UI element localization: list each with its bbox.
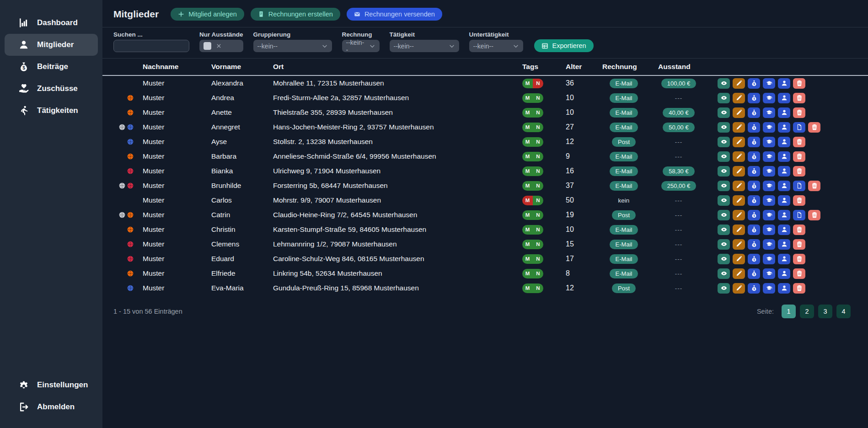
- rechnung-select[interactable]: --kein--: [342, 40, 380, 52]
- profile-button[interactable]: [778, 166, 790, 177]
- sidebar-item-beitraege[interactable]: $Beiträge: [5, 56, 98, 78]
- profile-button[interactable]: [778, 107, 790, 118]
- page-button-2[interactable]: 2: [800, 305, 814, 318]
- profile-button[interactable]: [778, 283, 790, 294]
- delete-button[interactable]: [793, 268, 805, 279]
- sidebar-item-einstellungen[interactable]: Einstellungen: [5, 374, 98, 396]
- view-button[interactable]: [718, 210, 730, 220]
- education-button[interactable]: [763, 210, 775, 220]
- sidebar-item-abmelden[interactable]: Abmelden: [5, 396, 98, 418]
- contributions-button[interactable]: $: [748, 107, 760, 118]
- contributions-button[interactable]: $: [748, 151, 760, 162]
- view-button[interactable]: [718, 78, 730, 89]
- education-button[interactable]: [763, 283, 775, 294]
- view-button[interactable]: [718, 181, 730, 191]
- education-button[interactable]: [763, 107, 775, 118]
- profile-button[interactable]: [778, 122, 790, 133]
- education-button[interactable]: [763, 166, 775, 177]
- page-button-3[interactable]: 3: [818, 305, 832, 318]
- contributions-button[interactable]: $: [748, 210, 760, 220]
- edit-button[interactable]: [733, 268, 745, 279]
- contributions-button[interactable]: $: [748, 137, 760, 147]
- education-button[interactable]: [763, 151, 775, 162]
- education-button[interactable]: [763, 225, 775, 235]
- page-button-1[interactable]: 1: [782, 305, 796, 318]
- education-button[interactable]: [763, 181, 775, 191]
- profile-button[interactable]: [778, 254, 790, 264]
- profile-button[interactable]: [778, 195, 790, 206]
- profile-button[interactable]: [778, 137, 790, 147]
- contributions-button[interactable]: $: [748, 93, 760, 103]
- edit-button[interactable]: [733, 195, 745, 206]
- view-button[interactable]: [718, 166, 730, 177]
- edit-button[interactable]: [733, 225, 745, 235]
- sidebar-item-taetigkeiten[interactable]: Tätigkeiten: [5, 100, 98, 122]
- edit-button[interactable]: [733, 254, 745, 264]
- view-button[interactable]: [718, 254, 730, 264]
- delete-button[interactable]: [793, 93, 805, 103]
- delete-button[interactable]: [793, 78, 805, 89]
- view-button[interactable]: [718, 107, 730, 118]
- sidebar-item-dashboard[interactable]: Dashboard: [5, 12, 98, 34]
- contributions-button[interactable]: $: [748, 181, 760, 191]
- education-button[interactable]: [763, 122, 775, 133]
- delete-button[interactable]: [793, 239, 805, 250]
- contributions-button[interactable]: $: [748, 268, 760, 279]
- profile-button[interactable]: [778, 78, 790, 89]
- sidebar-item-mitglieder[interactable]: Mitglieder: [5, 34, 98, 56]
- profile-button[interactable]: [778, 239, 790, 250]
- profile-button[interactable]: [778, 225, 790, 235]
- create-member-button[interactable]: Mitglied anlegen: [171, 8, 244, 21]
- view-button[interactable]: [718, 283, 730, 294]
- view-button[interactable]: [718, 137, 730, 147]
- delete-button[interactable]: [808, 210, 820, 220]
- search-input[interactable]: [113, 40, 189, 52]
- profile-button[interactable]: [778, 93, 790, 103]
- view-button[interactable]: [718, 122, 730, 133]
- edit-button[interactable]: [733, 283, 745, 294]
- edit-button[interactable]: [733, 210, 745, 220]
- export-button[interactable]: Exportieren: [534, 39, 594, 52]
- delete-button[interactable]: [793, 225, 805, 235]
- contributions-button[interactable]: $: [748, 195, 760, 206]
- delete-button[interactable]: [793, 195, 805, 206]
- edit-button[interactable]: [733, 239, 745, 250]
- document-button[interactable]: [793, 181, 805, 191]
- contributions-button[interactable]: $: [748, 254, 760, 264]
- delete-button[interactable]: [793, 254, 805, 264]
- contributions-button[interactable]: $: [748, 166, 760, 177]
- clear-arrears-button[interactable]: [216, 43, 222, 49]
- education-button[interactable]: [763, 93, 775, 103]
- delete-button[interactable]: [793, 151, 805, 162]
- delete-button[interactable]: [793, 107, 805, 118]
- edit-button[interactable]: [733, 107, 745, 118]
- edit-button[interactable]: [733, 181, 745, 191]
- profile-button[interactable]: [778, 268, 790, 279]
- contributions-button[interactable]: $: [748, 78, 760, 89]
- view-button[interactable]: [718, 225, 730, 235]
- edit-button[interactable]: [733, 166, 745, 177]
- edit-button[interactable]: [733, 78, 745, 89]
- profile-button[interactable]: [778, 181, 790, 191]
- delete-button[interactable]: [793, 166, 805, 177]
- taetigkeit-select[interactable]: --kein--: [390, 40, 459, 52]
- arrears-checkbox[interactable]: [204, 42, 211, 50]
- view-button[interactable]: [718, 268, 730, 279]
- contributions-button[interactable]: $: [748, 239, 760, 250]
- profile-button[interactable]: [778, 151, 790, 162]
- view-button[interactable]: [718, 93, 730, 103]
- view-button[interactable]: [718, 195, 730, 206]
- edit-button[interactable]: [733, 122, 745, 133]
- delete-button[interactable]: [793, 283, 805, 294]
- view-button[interactable]: [718, 239, 730, 250]
- education-button[interactable]: [763, 268, 775, 279]
- education-button[interactable]: [763, 239, 775, 250]
- create-invoices-button[interactable]: Rechnungen erstellen: [251, 8, 340, 21]
- document-button[interactable]: [793, 122, 805, 133]
- edit-button[interactable]: [733, 137, 745, 147]
- delete-button[interactable]: [808, 122, 820, 133]
- delete-button[interactable]: [793, 137, 805, 147]
- contributions-button[interactable]: $: [748, 283, 760, 294]
- page-button-4[interactable]: 4: [836, 305, 851, 318]
- send-invoices-button[interactable]: Rechnungen versenden: [347, 8, 442, 21]
